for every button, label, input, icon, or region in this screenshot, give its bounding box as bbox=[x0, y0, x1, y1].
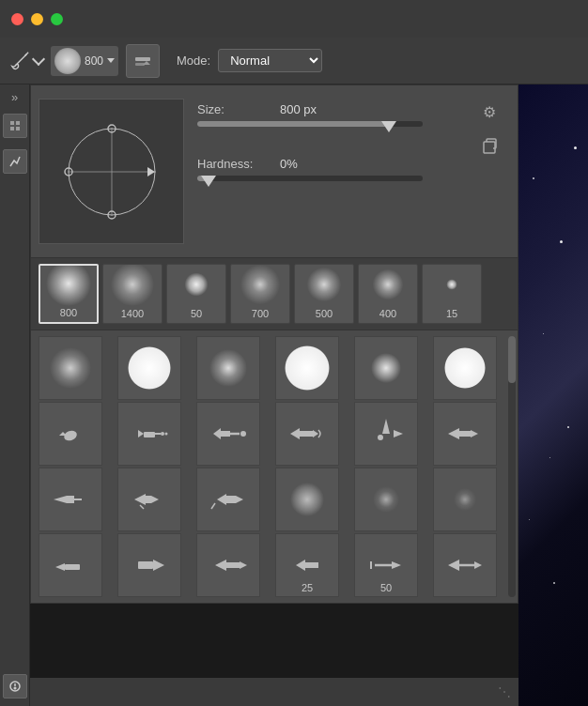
brush-soft-4[interactable] bbox=[275, 336, 339, 400]
hardness-value: 0% bbox=[280, 157, 298, 171]
sidebar-bottom-tool[interactable] bbox=[3, 674, 27, 698]
size-dropdown-icon bbox=[107, 58, 115, 63]
svg-rect-36 bbox=[221, 431, 230, 437]
preset-800-icon bbox=[45, 264, 92, 307]
preset-700-icon bbox=[237, 264, 284, 308]
mode-label: Mode: bbox=[177, 54, 210, 68]
svg-point-22 bbox=[50, 347, 91, 389]
svg-point-21 bbox=[446, 279, 457, 290]
svg-marker-69 bbox=[296, 560, 305, 571]
brush-arrow-2[interactable] bbox=[117, 402, 181, 466]
brush-tool-6[interactable] bbox=[433, 468, 497, 531]
brush-tool-1[interactable] bbox=[39, 468, 102, 531]
preset-15[interactable]: 15 bbox=[422, 264, 482, 324]
brush-soft-6[interactable] bbox=[433, 336, 497, 400]
svg-marker-68 bbox=[240, 561, 247, 569]
brush-soft-5[interactable] bbox=[354, 336, 418, 400]
left-sidebar: » bbox=[0, 84, 30, 706]
preset-800[interactable]: 800 bbox=[39, 264, 99, 324]
brush-special-1[interactable] bbox=[39, 533, 102, 597]
preset-50[interactable]: 50 bbox=[166, 264, 226, 324]
hardness-label: Hardness: bbox=[197, 157, 272, 171]
toolbar: 800 Mode: NormalMultiplyScreenOverlayDar… bbox=[0, 38, 588, 84]
copy-brush-button[interactable] bbox=[476, 132, 503, 159]
svg-line-54 bbox=[140, 505, 144, 509]
brush-size-circle bbox=[54, 48, 81, 74]
brush-tool-button[interactable] bbox=[9, 51, 43, 71]
preset-500[interactable]: 500 bbox=[294, 264, 354, 324]
pressure-button[interactable] bbox=[126, 44, 160, 78]
brush-grid: 25 50 bbox=[39, 336, 510, 597]
hardness-slider-track[interactable] bbox=[197, 176, 423, 181]
svg-rect-52 bbox=[146, 496, 151, 503]
canvas-area bbox=[518, 84, 588, 706]
brush-special-3[interactable] bbox=[196, 533, 260, 597]
svg-marker-42 bbox=[382, 419, 390, 434]
sidebar-tool-1[interactable] bbox=[3, 114, 27, 138]
brush-tool-3[interactable] bbox=[196, 468, 260, 531]
svg-marker-3 bbox=[143, 61, 150, 65]
brush-labeled-50[interactable]: 50 bbox=[354, 533, 418, 597]
svg-point-24 bbox=[209, 349, 247, 387]
preset-1400-icon bbox=[109, 264, 156, 308]
brush-tool-5[interactable] bbox=[354, 468, 418, 531]
controls-section: ⚙ Size: 800 px bbox=[31, 85, 518, 257]
size-slider-thumb[interactable] bbox=[381, 121, 396, 132]
svg-point-44 bbox=[378, 435, 383, 440]
svg-marker-49 bbox=[54, 496, 67, 503]
brush-special-2[interactable] bbox=[117, 533, 181, 597]
svg-rect-46 bbox=[459, 431, 471, 437]
close-button[interactable] bbox=[11, 13, 23, 25]
hardness-control: Hardness: 0% bbox=[197, 157, 503, 181]
hardness-slider-thumb[interactable] bbox=[201, 176, 216, 187]
preset-1400[interactable]: 1400 bbox=[102, 264, 162, 324]
size-slider-track[interactable] bbox=[197, 121, 423, 127]
brush-soft-2[interactable] bbox=[117, 336, 181, 400]
mode-select[interactable]: NormalMultiplyScreenOverlayDarkenLighten… bbox=[218, 49, 322, 72]
brush-arrow-4[interactable] bbox=[275, 402, 339, 466]
svg-marker-45 bbox=[448, 428, 459, 439]
svg-point-61 bbox=[454, 488, 476, 511]
brush-library-scrollbar[interactable] bbox=[508, 336, 516, 597]
svg-marker-13 bbox=[147, 167, 155, 176]
brush-tool-2[interactable] bbox=[117, 468, 181, 531]
gear-button[interactable]: ⚙ bbox=[476, 99, 503, 125]
preset-500-label: 500 bbox=[316, 308, 333, 319]
brush-arrow-5[interactable] bbox=[354, 402, 418, 466]
svg-rect-56 bbox=[226, 496, 236, 503]
svg-rect-30 bbox=[144, 432, 155, 437]
svg-rect-63 bbox=[65, 564, 80, 570]
preset-1400-label: 1400 bbox=[121, 308, 144, 319]
maximize-button[interactable] bbox=[51, 13, 63, 25]
size-control: Size: 800 px bbox=[197, 102, 503, 127]
brush-arrow-3[interactable] bbox=[196, 402, 260, 466]
preset-700[interactable]: 700 bbox=[230, 264, 290, 324]
brush-special-6[interactable] bbox=[433, 533, 497, 597]
brush-preview bbox=[39, 99, 184, 244]
brush-soft-1[interactable] bbox=[39, 336, 102, 400]
svg-rect-70 bbox=[305, 562, 318, 568]
sidebar-chevron[interactable]: » bbox=[11, 90, 18, 104]
canvas-preview bbox=[518, 84, 588, 706]
size-label-row: Size: 800 px bbox=[197, 102, 503, 116]
brush-soft-3[interactable] bbox=[196, 336, 260, 400]
brush-size-picker[interactable]: 800 bbox=[51, 46, 118, 76]
preset-500-icon bbox=[301, 264, 348, 308]
brush-arrow-6[interactable] bbox=[433, 402, 497, 466]
brush-circle-canvas bbox=[60, 120, 163, 223]
resize-handle[interactable]: ⋱ bbox=[498, 684, 511, 699]
svg-marker-51 bbox=[134, 494, 146, 505]
svg-marker-41 bbox=[313, 430, 318, 437]
brush-labeled-25[interactable]: 25 bbox=[275, 533, 339, 597]
brush-tool-4[interactable] bbox=[275, 468, 339, 531]
minimize-button[interactable] bbox=[31, 13, 43, 25]
svg-marker-35 bbox=[213, 428, 221, 439]
preset-400[interactable]: 400 bbox=[358, 264, 418, 324]
size-label: Size: bbox=[197, 102, 272, 116]
svg-point-17 bbox=[185, 273, 209, 297]
sidebar-tool-2[interactable] bbox=[3, 149, 27, 174]
svg-point-15 bbox=[46, 264, 91, 306]
scrollbar-thumb[interactable] bbox=[508, 336, 516, 383]
brush-size-display: 800 bbox=[85, 54, 103, 68]
brush-arrow-1[interactable] bbox=[39, 402, 102, 466]
